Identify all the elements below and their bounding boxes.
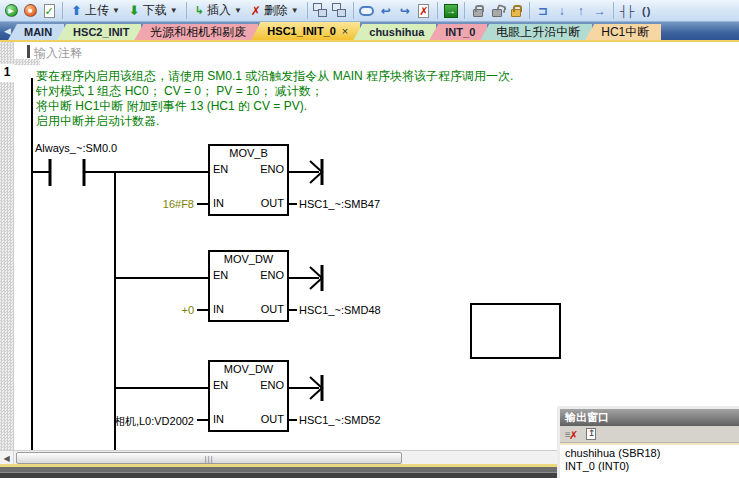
port-eno: ENO [260,379,284,391]
scrollbar-thumb[interactable]: ||| [16,452,402,464]
line-down-button[interactable]: ↓ [554,3,570,19]
mov-b-block[interactable]: MOV_B EN ENO IN OUT [208,144,289,216]
output-window-toolbar: ≡ ✗ ↥ [560,426,739,443]
compile-button[interactable]: ✓ [41,3,57,19]
main-toolbar: ▶ ■ ✓ ⬆ 上传 ▼ ⬇ 下载 ▼ ↳ 插入 ▼ ✗ 删除 ▼ ↩ [0,0,739,22]
redo-arrow-icon: ↪ [400,4,410,18]
export-arrow-icon: ↥ [588,428,596,438]
port-eno: ENO [260,269,284,281]
port-en: EN [213,269,228,281]
red-x-icon: ✗ [569,429,578,442]
tab-dianyan[interactable]: 电眼上升沿中断 [480,24,592,40]
plc-editor-window: ▶ ■ ✓ ⬆ 上传 ▼ ⬇ 下载 ▼ ↳ 插入 ▼ ✗ 删除 ▼ ↩ [0,0,739,478]
lock-add-button[interactable] [508,3,524,19]
line-right-icon: → [594,4,606,18]
contact-operand[interactable]: Always_~:SM0.0 [35,142,117,154]
block-title: MOV_DW [210,253,287,265]
delete-icon: ✗ [251,4,261,18]
download-label: 下载 [143,2,167,19]
tab-main[interactable]: MAIN [8,24,64,40]
output-window-content: chushihua (SBR18) INT_0 (INT0) [560,443,739,476]
block2-out-operand[interactable]: HSC1_~:SMD48 [299,304,381,316]
pou-tab-bar: ◀ MAIN HSC2_INIT 光源和相机和剔废 HSC1_INIT_0 × … [0,22,739,40]
toolbar-separator [307,2,308,19]
contact-icon: ┤├ [620,5,634,17]
line-down-icon: ↓ [559,4,565,18]
insert-branch-button[interactable]: ⊐ [535,3,551,19]
port-in: IN [213,303,224,315]
port-out: OUT [261,413,284,425]
branch-icon: ⊐ [538,4,548,18]
output-line: INT_0 (INT0) [565,460,739,473]
bookmark-button[interactable] [359,3,375,19]
block2-in-operand[interactable]: +0 [76,304,194,316]
insert-coil-button[interactable]: ( ) [638,3,654,19]
blocks-icon [332,3,347,18]
tab-chushihua[interactable]: chushihua [353,24,436,40]
empty-selection-box[interactable] [470,303,561,359]
port-en: EN [213,163,228,175]
download-button[interactable]: ⬇ 下载 ▼ [126,1,181,21]
delete-label: 删除 [264,2,288,19]
toolbar-separator [186,2,187,19]
next-bookmark-button[interactable]: ↪ [397,3,413,19]
mov-dw-block-1[interactable]: MOV_DW EN ENO IN OUT [208,250,289,322]
block3-out-operand[interactable]: HSC1_~:SMD52 [299,414,381,426]
ladder-editor: 输入注释 1 要在程序内启用该组态，请使用 SM0.1 或沿触发指令从 MAIN… [0,42,739,478]
block1-in-operand[interactable]: 16#F8 [76,198,194,210]
tab-hsc1-init-0[interactable]: HSC1_INIT_0 × [251,22,360,40]
upload-dropdown-icon[interactable]: ▼ [112,6,120,15]
insert-label: 插入 [207,2,231,19]
play-icon: ▶ [5,4,18,17]
prev-bookmark-button[interactable]: ↩ [378,3,394,19]
unlock-button[interactable] [489,3,505,19]
delete-button[interactable]: ✗ 删除 ▼ [248,1,302,21]
delete-dropdown-icon[interactable]: ▼ [291,6,299,15]
tab-hc1-interrupt[interactable]: HC1中断 [585,24,661,40]
block1-out-operand[interactable]: HSC1_~:SMB47 [299,198,380,210]
download-icon: ⬇ [129,3,140,18]
network-blocks-button[interactable] [332,3,348,19]
cascade-windows-button[interactable] [313,3,329,19]
toolbar-separator [62,2,63,19]
block3-in-operand[interactable]: 相机,L0:VD2002 [76,414,194,429]
port-in: IN [213,413,224,425]
port-en: EN [213,379,228,391]
coil-icon: ( ) [642,5,649,17]
insert-contact-button[interactable]: ┤├ [619,3,635,19]
scroll-left-button[interactable]: ◀ [0,451,14,465]
compile-icon: ✓ [44,4,55,18]
tab-hsc2-init[interactable]: HSC2_INIT [57,24,141,40]
mov-dw-block-2[interactable]: MOV_DW EN ENO IN OUT [208,360,289,432]
undo-arrow-icon: ↩ [381,4,391,18]
block-title: MOV_B [210,147,287,159]
lock-plus-icon [511,9,521,17]
clear-output-button[interactable]: ≡ ✗ [565,428,579,441]
insert-dropdown-icon[interactable]: ▼ [234,6,242,15]
output-line: chushihua (SBR18) [565,447,739,460]
goto-button[interactable]: → [443,3,459,19]
toolbar-separator [529,2,530,19]
horizontal-scrollbar[interactable]: ◀ ||| [0,450,557,464]
download-dropdown-icon[interactable]: ▼ [170,6,178,15]
tab-close-icon[interactable]: × [342,25,348,37]
lock-icon [473,9,483,17]
unlock-icon [492,9,502,17]
upload-button[interactable]: ⬆ 上传 ▼ [68,1,123,21]
go-arrow-icon: → [444,4,458,18]
line-right-button[interactable]: → [592,3,608,19]
export-output-button[interactable]: ↥ [586,428,596,440]
output-window-title[interactable]: 输出窗口 [560,409,739,426]
tab-guangyuan[interactable]: 光源和相机和剔废 [134,24,258,40]
tab-int-0[interactable]: INT_0 [429,24,487,40]
run-button[interactable]: ▶ [3,3,19,19]
stop-icon: ■ [24,4,37,17]
lock-button[interactable] [470,3,486,19]
clear-bookmarks-button[interactable]: ✗ [416,3,432,19]
port-eno: ENO [260,163,284,175]
line-up-button[interactable]: ↑ [573,3,589,19]
insert-button[interactable]: ↳ 插入 ▼ [192,1,245,21]
stop-button[interactable]: ■ [22,3,38,19]
upload-label: 上传 [85,2,109,19]
insert-icon: ↳ [195,4,204,17]
